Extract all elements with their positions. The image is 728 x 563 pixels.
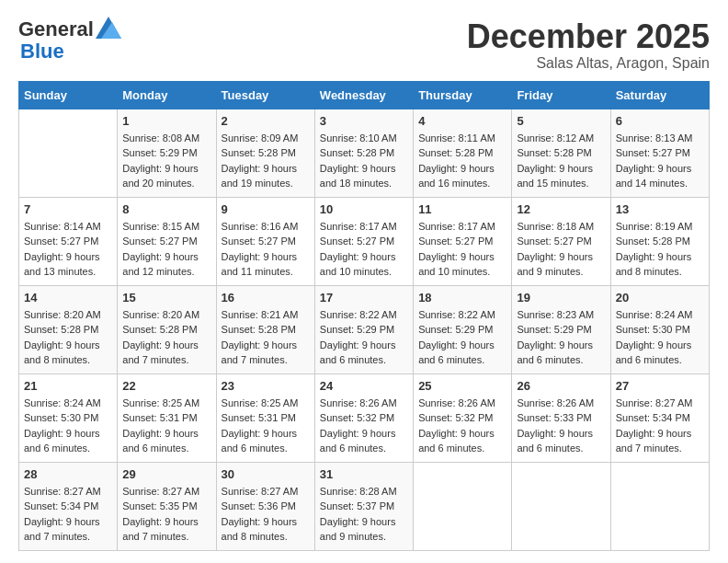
- day-number: 17: [320, 291, 408, 304]
- day-number: 21: [24, 379, 112, 393]
- table-row: [610, 462, 709, 550]
- day-info: Sunrise: 8:14 AMSunset: 5:27 PMDaylight:…: [24, 221, 101, 278]
- day-number: 14: [24, 291, 112, 304]
- day-info: Sunrise: 8:24 AMSunset: 5:30 PMDaylight:…: [616, 309, 693, 366]
- col-sunday: Sunday: [19, 81, 118, 109]
- table-row: 17Sunrise: 8:22 AMSunset: 5:29 PMDayligh…: [314, 285, 413, 373]
- col-saturday: Saturday: [610, 81, 709, 109]
- day-info: Sunrise: 8:17 AMSunset: 5:27 PMDaylight:…: [418, 221, 495, 278]
- table-row: 6Sunrise: 8:13 AMSunset: 5:27 PMDaylight…: [610, 109, 709, 197]
- table-row: 9Sunrise: 8:16 AMSunset: 5:27 PMDaylight…: [216, 197, 314, 285]
- table-row: 1Sunrise: 8:08 AMSunset: 5:29 PMDaylight…: [118, 109, 216, 197]
- day-info: Sunrise: 8:20 AMSunset: 5:28 PMDaylight:…: [24, 309, 101, 366]
- day-info: Sunrise: 8:18 AMSunset: 5:27 PMDaylight:…: [517, 221, 594, 278]
- table-row: 12Sunrise: 8:18 AMSunset: 5:27 PMDayligh…: [512, 197, 610, 285]
- day-number: 15: [122, 291, 210, 304]
- day-number: 24: [320, 379, 408, 393]
- day-info: Sunrise: 8:25 AMSunset: 5:31 PMDaylight:…: [122, 397, 199, 454]
- table-row: 22Sunrise: 8:25 AMSunset: 5:31 PMDayligh…: [118, 373, 216, 462]
- day-number: 8: [122, 202, 210, 216]
- day-info: Sunrise: 8:27 AMSunset: 5:36 PMDaylight:…: [222, 486, 299, 543]
- day-info: Sunrise: 8:13 AMSunset: 5:27 PMDaylight:…: [616, 132, 693, 190]
- day-number: 20: [616, 291, 704, 304]
- day-number: 10: [320, 202, 408, 216]
- day-number: 2: [222, 114, 310, 128]
- table-row: 2Sunrise: 8:09 AMSunset: 5:28 PMDaylight…: [216, 109, 314, 197]
- day-info: Sunrise: 8:19 AMSunset: 5:28 PMDaylight:…: [616, 221, 693, 278]
- calendar-week-row: 21Sunrise: 8:24 AMSunset: 5:30 PMDayligh…: [19, 373, 710, 462]
- table-row: 24Sunrise: 8:26 AMSunset: 5:32 PMDayligh…: [314, 373, 413, 462]
- table-row: [414, 462, 512, 550]
- day-info: Sunrise: 8:26 AMSunset: 5:32 PMDaylight:…: [320, 397, 397, 454]
- location-title: Salas Altas, Aragon, Spain: [467, 55, 710, 72]
- day-number: 16: [222, 291, 310, 304]
- day-number: 22: [122, 379, 210, 393]
- day-info: Sunrise: 8:17 AMSunset: 5:27 PMDaylight:…: [320, 221, 397, 278]
- day-info: Sunrise: 8:27 AMSunset: 5:34 PMDaylight:…: [616, 397, 693, 454]
- day-info: Sunrise: 8:26 AMSunset: 5:33 PMDaylight:…: [517, 397, 594, 454]
- table-row: 3Sunrise: 8:10 AMSunset: 5:28 PMDaylight…: [314, 109, 413, 197]
- logo-text-general: General: [18, 18, 94, 40]
- day-info: Sunrise: 8:09 AMSunset: 5:28 PMDaylight:…: [222, 132, 299, 190]
- day-info: Sunrise: 8:27 AMSunset: 5:35 PMDaylight:…: [122, 486, 199, 543]
- day-info: Sunrise: 8:08 AMSunset: 5:29 PMDaylight:…: [122, 132, 199, 190]
- table-row: 29Sunrise: 8:27 AMSunset: 5:35 PMDayligh…: [118, 462, 216, 550]
- col-wednesday: Wednesday: [314, 81, 413, 109]
- day-number: 28: [24, 467, 112, 481]
- table-row: 10Sunrise: 8:17 AMSunset: 5:27 PMDayligh…: [314, 197, 413, 285]
- day-info: Sunrise: 8:15 AMSunset: 5:27 PMDaylight:…: [122, 221, 199, 278]
- table-row: 13Sunrise: 8:19 AMSunset: 5:28 PMDayligh…: [610, 197, 709, 285]
- table-row: 23Sunrise: 8:25 AMSunset: 5:31 PMDayligh…: [216, 373, 314, 462]
- table-row: 27Sunrise: 8:27 AMSunset: 5:34 PMDayligh…: [610, 373, 709, 462]
- table-row: 28Sunrise: 8:27 AMSunset: 5:34 PMDayligh…: [19, 462, 118, 550]
- day-number: 23: [222, 379, 310, 393]
- day-info: Sunrise: 8:16 AMSunset: 5:27 PMDaylight:…: [222, 221, 299, 278]
- day-number: 11: [418, 202, 506, 216]
- day-number: 26: [517, 379, 605, 393]
- day-number: 13: [616, 202, 704, 216]
- day-number: 1: [122, 114, 210, 128]
- day-info: Sunrise: 8:26 AMSunset: 5:32 PMDaylight:…: [418, 397, 495, 454]
- table-row: [19, 109, 118, 197]
- table-row: 4Sunrise: 8:11 AMSunset: 5:28 PMDaylight…: [414, 109, 512, 197]
- day-number: 4: [418, 114, 506, 128]
- day-number: 9: [222, 202, 310, 216]
- day-info: Sunrise: 8:22 AMSunset: 5:29 PMDaylight:…: [320, 309, 397, 366]
- calendar-week-row: 14Sunrise: 8:20 AMSunset: 5:28 PMDayligh…: [19, 285, 710, 373]
- col-monday: Monday: [118, 81, 216, 109]
- table-row: 30Sunrise: 8:27 AMSunset: 5:36 PMDayligh…: [216, 462, 314, 550]
- title-block: December 2025 Salas Altas, Aragon, Spain: [467, 18, 710, 72]
- day-number: 7: [24, 202, 112, 216]
- day-info: Sunrise: 8:23 AMSunset: 5:29 PMDaylight:…: [517, 309, 594, 366]
- table-row: 15Sunrise: 8:20 AMSunset: 5:28 PMDayligh…: [118, 285, 216, 373]
- table-row: 7Sunrise: 8:14 AMSunset: 5:27 PMDaylight…: [19, 197, 118, 285]
- day-number: 5: [517, 114, 605, 128]
- day-info: Sunrise: 8:27 AMSunset: 5:34 PMDaylight:…: [24, 486, 101, 543]
- calendar-header-row: Sunday Monday Tuesday Wednesday Thursday…: [19, 81, 710, 109]
- table-row: 25Sunrise: 8:26 AMSunset: 5:32 PMDayligh…: [414, 373, 512, 462]
- table-row: 8Sunrise: 8:15 AMSunset: 5:27 PMDaylight…: [118, 197, 216, 285]
- calendar-week-row: 1Sunrise: 8:08 AMSunset: 5:29 PMDaylight…: [19, 109, 710, 197]
- col-friday: Friday: [512, 81, 610, 109]
- day-number: 31: [320, 467, 408, 481]
- calendar-table: Sunday Monday Tuesday Wednesday Thursday…: [18, 81, 710, 551]
- day-info: Sunrise: 8:24 AMSunset: 5:30 PMDaylight:…: [24, 397, 101, 454]
- day-number: 18: [418, 291, 506, 304]
- table-row: 20Sunrise: 8:24 AMSunset: 5:30 PMDayligh…: [610, 285, 709, 373]
- table-row: 26Sunrise: 8:26 AMSunset: 5:33 PMDayligh…: [512, 373, 610, 462]
- day-info: Sunrise: 8:10 AMSunset: 5:28 PMDaylight:…: [320, 132, 397, 190]
- day-info: Sunrise: 8:21 AMSunset: 5:28 PMDaylight:…: [222, 309, 299, 366]
- day-info: Sunrise: 8:25 AMSunset: 5:31 PMDaylight:…: [222, 397, 299, 454]
- day-info: Sunrise: 8:22 AMSunset: 5:29 PMDaylight:…: [418, 309, 495, 366]
- day-number: 12: [517, 202, 605, 216]
- logo-text-blue: Blue: [20, 40, 121, 63]
- day-number: 27: [616, 379, 704, 393]
- table-row: 16Sunrise: 8:21 AMSunset: 5:28 PMDayligh…: [216, 285, 314, 373]
- day-number: 30: [222, 467, 310, 481]
- day-info: Sunrise: 8:12 AMSunset: 5:28 PMDaylight:…: [517, 132, 594, 190]
- day-info: Sunrise: 8:11 AMSunset: 5:28 PMDaylight:…: [418, 132, 495, 190]
- day-info: Sunrise: 8:20 AMSunset: 5:28 PMDaylight:…: [122, 309, 199, 366]
- col-tuesday: Tuesday: [216, 81, 314, 109]
- day-number: 6: [616, 114, 704, 128]
- day-number: 25: [418, 379, 506, 393]
